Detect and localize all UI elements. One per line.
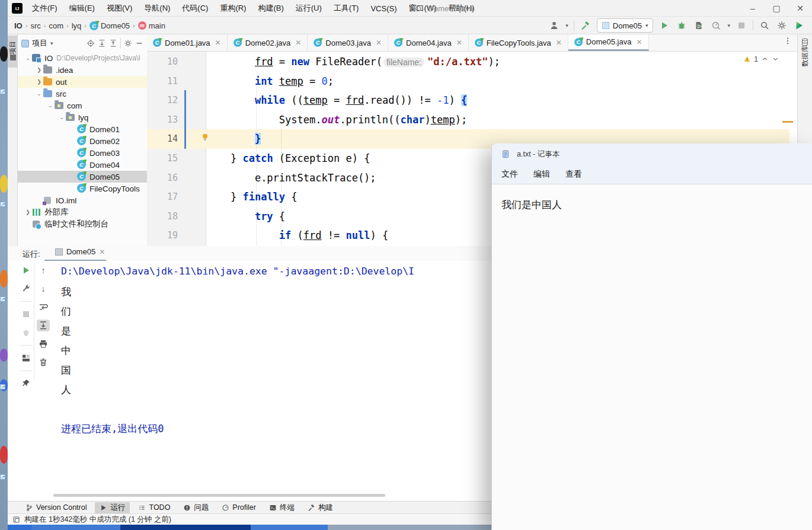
notepad-menu-编辑[interactable]: 编辑	[533, 169, 550, 180]
run-button[interactable]	[658, 19, 670, 32]
toolwindow-Version Control[interactable]: Version Control	[21, 503, 91, 512]
tree-collapse-arrow-icon[interactable]: ❯	[35, 79, 43, 85]
tree-item-Dome01[interactable]: CDome01	[18, 123, 147, 135]
tree-expanded-arrow-icon[interactable]: ⌄	[57, 114, 66, 120]
editor-tab-Dome03.java[interactable]: CDome03.java✕	[308, 34, 388, 51]
clear-all-icon[interactable]	[37, 356, 50, 368]
tree-item-外部库[interactable]: ❯外部库	[18, 206, 147, 218]
toolwindow-Profiler[interactable]: Profiler	[217, 503, 261, 512]
notepad-content[interactable]: 我们是中国人	[492, 185, 812, 530]
editor-tab-FileCopyTools.java[interactable]: CFileCopyTools.java✕	[469, 34, 568, 51]
breadcrumb-item-main[interactable]: mmain	[137, 21, 167, 30]
tab-options-icon[interactable]	[784, 37, 792, 45]
code-line-10[interactable]: 10 frd = new FileReader(fileName:"d:/a.t…	[147, 52, 789, 72]
scroll-to-end-icon[interactable]	[37, 320, 50, 331]
console-horizontal-scrollbar[interactable]	[53, 494, 385, 497]
search-everywhere-icon[interactable]	[759, 19, 771, 32]
sidebar-tab-database[interactable]: 数据库	[798, 38, 811, 103]
tree-collapse-arrow-icon[interactable]: ❯	[35, 67, 43, 73]
minimize-button[interactable]: –	[741, 0, 765, 17]
run-config-selector[interactable]: Dome05 ▾	[597, 18, 654, 33]
tree-expanded-arrow-icon[interactable]: ⌄	[35, 91, 43, 97]
notepad-titlebar[interactable]: a.txt - 记事本	[492, 143, 812, 165]
expand-all-icon[interactable]	[98, 39, 106, 47]
maximize-button[interactable]: ▢	[765, 0, 788, 17]
coverage-button[interactable]	[693, 19, 705, 32]
breadcrumb-item-src[interactable]: src	[29, 21, 41, 30]
user-account-icon[interactable]	[548, 19, 560, 32]
notepad-window[interactable]: a.txt - 记事本 文件编辑查看 我们是中国人	[491, 143, 812, 530]
soft-wrap-icon[interactable]	[37, 301, 50, 313]
chevron-down-icon[interactable]: ▾	[50, 40, 53, 46]
panel-options-gear-icon[interactable]	[124, 39, 132, 47]
editor-tab-Dome02.java[interactable]: CDome02.java✕	[228, 34, 308, 51]
profiler-button[interactable]	[710, 19, 722, 32]
breadcrumb-item-IO[interactable]: IO	[13, 21, 24, 30]
tree-item-IO[interactable]: ⌄IOD:\Develop\Projects\Java\I	[18, 52, 147, 64]
toolwindow-问题[interactable]: 问题	[178, 502, 213, 513]
tree-item-Dome05[interactable]: CDome05	[18, 171, 147, 183]
breadcrumb-item-lyq[interactable]: lyq	[71, 21, 83, 30]
close-icon[interactable]: ✕	[456, 39, 462, 47]
run-settings-wrench-icon[interactable]	[20, 283, 33, 295]
notepad-menu-查看[interactable]: 查看	[565, 169, 582, 180]
tree-item-.idea[interactable]: ❯.idea	[18, 64, 147, 76]
tree-item-Dome03[interactable]: CDome03	[18, 147, 147, 159]
close-icon[interactable]: ✕	[99, 248, 105, 256]
locate-file-icon[interactable]	[87, 39, 95, 47]
down-stack-trace-icon[interactable]: ↓	[37, 283, 50, 295]
tree-item-临时文件和控制台[interactable]: 临时文件和控制台	[18, 218, 147, 230]
menu-导航(N)[interactable]: 导航(N)	[138, 0, 176, 17]
intention-bulb-icon[interactable]	[201, 133, 209, 141]
layout-settings-icon[interactable]	[20, 352, 33, 364]
hide-panel-icon[interactable]	[135, 39, 143, 47]
close-icon[interactable]: ✕	[376, 39, 382, 47]
notepad-menu-文件[interactable]: 文件	[501, 169, 518, 180]
menu-文件(F)[interactable]: 文件(F)	[26, 0, 63, 17]
print-icon[interactable]	[37, 338, 50, 350]
toolwindow-运行[interactable]: 运行	[95, 502, 130, 513]
tree-item-out[interactable]: ❯out	[18, 76, 147, 88]
menu-重构(R)[interactable]: 重构(R)	[214, 0, 252, 17]
tree-item-FileCopyTools[interactable]: CFileCopyTools	[18, 183, 147, 194]
menu-编辑(E)[interactable]: 编辑(E)	[63, 0, 101, 17]
close-icon[interactable]: ✕	[295, 39, 301, 47]
prev-warning-icon[interactable]	[761, 55, 769, 63]
run-console-tab[interactable]: Dome05 ✕	[55, 247, 105, 256]
ide-promo-icon[interactable]	[793, 19, 805, 32]
tree-item-lyq[interactable]: ⌄lyq	[18, 111, 147, 123]
editor-tab-Dome01.java[interactable]: CDome01.java✕	[147, 34, 228, 51]
close-icon[interactable]: ✕	[556, 39, 562, 47]
tree-item-com[interactable]: ⌄com	[18, 100, 147, 111]
up-stack-trace-icon[interactable]: ↑	[37, 264, 50, 276]
breadcrumb-item-com[interactable]: com	[47, 21, 65, 30]
debug-button[interactable]	[676, 19, 688, 32]
code-line-12[interactable]: 12 while ((temp = frd.read()) != -1) {	[147, 91, 789, 110]
build-hammer-icon[interactable]	[580, 19, 592, 32]
window-layout-icon[interactable]	[12, 516, 20, 523]
rerun-button[interactable]	[20, 264, 33, 276]
menu-VCS(S)[interactable]: VCS(S)	[365, 0, 402, 17]
menu-代码(C)[interactable]: 代码(C)	[176, 0, 214, 17]
menu-工具(T)[interactable]: 工具(T)	[328, 0, 365, 17]
pin-tab-icon[interactable]	[20, 378, 33, 389]
toolwindow-构建[interactable]: 构建	[303, 502, 338, 513]
scrollbar-warning-mark[interactable]	[782, 121, 793, 123]
tree-collapse-arrow-icon[interactable]: ❯	[24, 209, 32, 215]
collapse-all-icon[interactable]	[109, 39, 117, 47]
breadcrumb-item-Dome05[interactable]: CDome05	[88, 21, 131, 30]
tree-item-src[interactable]: ⌄src	[18, 88, 147, 100]
code-line-13[interactable]: 13 System.out.println((char)temp);	[147, 110, 789, 130]
sidebar-tab-project[interactable]: 项目	[8, 36, 18, 68]
close-icon[interactable]: ✕	[215, 39, 221, 47]
tree-item-IO.iml[interactable]: IO.iml	[18, 194, 147, 206]
tree-expanded-arrow-icon[interactable]: ⌄	[24, 55, 32, 61]
editor-tab-Dome04.java[interactable]: CDome04.java✕	[388, 34, 469, 51]
inspection-widget[interactable]: 1	[743, 55, 779, 63]
close-icon[interactable]: ✕	[636, 38, 642, 46]
editor-tab-Dome05.java[interactable]: CDome05.java✕	[568, 34, 649, 51]
close-button[interactable]: ✕	[788, 0, 812, 17]
next-warning-icon[interactable]	[772, 55, 779, 63]
tree-expanded-arrow-icon[interactable]: ⌄	[46, 103, 55, 108]
toolwindow-TODO[interactable]: TODO	[133, 503, 175, 512]
